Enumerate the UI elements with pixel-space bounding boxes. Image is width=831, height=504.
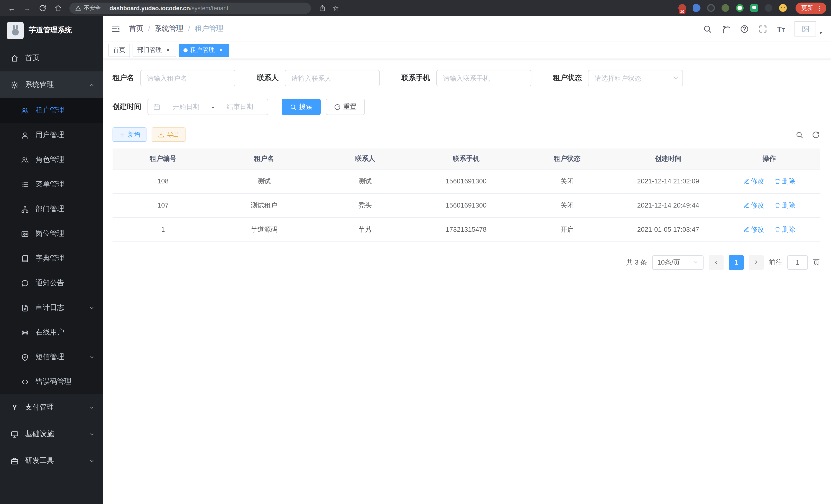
table-row: 1 芋道源码 芋艿 17321315478 开启 2021-01-05 17:0… [113,217,820,241]
prev-page-button[interactable] [709,255,724,269]
sidebar-item-dept[interactable]: 部门管理 [0,197,103,221]
sidebar-item-error-code[interactable]: 错误码管理 [0,369,103,394]
browser-reload-button[interactable] [35,1,49,14]
rabbit-icon [9,24,21,36]
edit-link[interactable]: 修改 [743,201,764,210]
help-icon[interactable] [740,24,749,33]
tab-home[interactable]: 首页 [109,43,130,57]
extension-icon-3[interactable] [707,4,715,12]
sidebar-item-role[interactable]: 角色管理 [0,147,103,172]
edit-icon [743,178,749,184]
sidebar-item-menu[interactable]: 菜单管理 [0,172,103,197]
close-icon[interactable]: × [165,47,172,54]
plus-icon [119,131,125,138]
sidebar-item-dict[interactable]: 字典管理 [0,246,103,271]
sidebar-item-system[interactable]: 系统管理 [0,71,103,98]
create-time-label: 创建时间 [113,102,141,112]
extension-icon-4[interactable] [721,4,729,12]
sidebar-item-post[interactable]: 岗位管理 [0,221,103,246]
org-tree-icon [21,205,29,213]
breadcrumb-current: 租户管理 [195,24,224,33]
page-unit-label: 页 [813,258,820,267]
tab-tenant[interactable]: 租户管理 × [179,43,229,57]
column-header-contact: 联系人 [315,148,416,169]
extension-icon-adblock[interactable]: 10 [678,4,686,12]
top-navbar: 首页 / 系统管理 / 租户管理 TT ▼ [103,16,831,41]
date-range-picker[interactable]: 开始日期 - 结束日期 [147,99,268,115]
goto-page-input[interactable] [787,255,808,269]
tab-label: 租户管理 [190,46,215,55]
extension-icon-8[interactable] [779,4,787,12]
search-icon[interactable] [703,24,712,33]
delete-link[interactable]: 删除 [774,176,795,186]
search-button[interactable]: 搜索 [282,99,321,115]
sidebar-item-sms[interactable]: 短信管理 [0,345,103,369]
current-page-button[interactable]: 1 [729,255,744,269]
delete-link[interactable]: 删除 [774,201,795,210]
column-header-phone: 联系手机 [416,148,516,169]
cell-id: 107 [113,193,213,217]
breadcrumb-home[interactable]: 首页 [129,24,143,33]
sidebar-item-tenant[interactable]: 租户管理 [0,98,103,123]
yen-icon: ¥ [11,403,19,412]
export-button[interactable]: 导出 [152,127,185,142]
active-tab-dot [183,48,188,52]
sidebar-item-user[interactable]: 用户管理 [0,123,103,147]
add-button[interactable]: 新增 [113,127,146,142]
sidebar-item-label: 岗位管理 [35,229,64,238]
browser-home-button[interactable] [51,1,65,14]
chevron-down-icon [89,431,94,437]
delete-link[interactable]: 删除 [774,225,795,234]
font-size-icon[interactable]: TT [777,25,785,33]
contact-label: 联系人 [257,73,279,83]
security-status[interactable]: 不安全 [75,4,101,12]
address-bar[interactable]: 不安全 dashboard.yudao.iocoder.cn/system/te… [69,2,311,13]
status-label: 租户状态 [553,73,582,83]
extension-icon-6[interactable] [750,4,758,12]
fullscreen-icon[interactable] [758,24,767,33]
browser-update-button[interactable]: 更新 ⋮ [796,2,826,13]
status-select-input[interactable] [588,70,683,86]
tabs-bar: 首页 部门管理 × 租户管理 × [103,41,831,59]
edit-link[interactable]: 修改 [743,176,764,186]
sidebar-item-home[interactable]: 首页 [0,45,103,71]
bookmark-star-icon[interactable]: ☆ [333,4,339,12]
download-icon [158,131,165,138]
sidebar-item-audit-log[interactable]: 审计日志 [0,295,103,320]
tab-label: 部门管理 [137,46,162,55]
add-button-label: 新增 [128,130,140,139]
sidebar-item-online-user[interactable]: 在线用户 [0,320,103,345]
close-icon[interactable]: × [218,47,225,54]
contact-input[interactable] [285,70,380,86]
refresh-icon [334,103,341,110]
browser-forward-button[interactable]: → [20,1,34,14]
sidebar-item-infra[interactable]: 基础设施 [0,421,103,447]
user-avatar-dropdown[interactable]: ▼ [795,21,823,36]
page-size-select[interactable]: 10条/页 [652,255,704,269]
browser-back-button[interactable]: ← [5,1,19,14]
tenant-name-input[interactable] [140,70,235,86]
share-icon[interactable] [319,4,326,11]
phone-input[interactable] [436,70,532,86]
sidebar-logo[interactable]: 芋道管理系统 [0,16,103,45]
github-icon[interactable] [721,24,730,33]
breadcrumb-system[interactable]: 系统管理 [155,24,183,33]
refresh-table-icon[interactable] [812,131,820,139]
url-text: dashboard.yudao.iocoder.cn/system/tenant [110,5,228,11]
sidebar-collapse-icon[interactable] [111,24,120,33]
reset-button[interactable]: 重置 [326,99,365,115]
status-select[interactable] [588,70,683,86]
sidebar-item-dev-tools[interactable]: 研发工具 [0,447,103,474]
next-page-button[interactable] [749,255,764,269]
sidebar-item-payment[interactable]: ¥ 支付管理 [0,394,103,421]
extension-icon-2[interactable] [693,4,700,12]
toggle-search-icon[interactable] [796,131,803,139]
sidebar-item-label: 短信管理 [35,352,64,362]
column-header-actions: 操作 [719,148,820,169]
edit-link[interactable]: 修改 [743,225,764,234]
extension-icon-5[interactable] [736,4,744,12]
tab-dept[interactable]: 部门管理 × [133,43,176,57]
extension-icon-7[interactable] [765,4,772,12]
browser-menu-icon[interactable]: ⋮ [816,4,823,11]
sidebar-item-notice[interactable]: 通知公告 [0,271,103,295]
